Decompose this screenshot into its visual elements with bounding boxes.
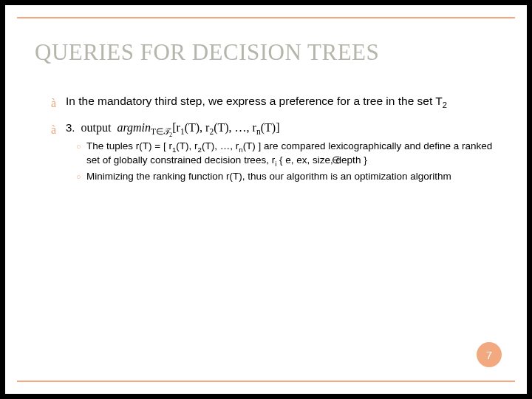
subscript: 2 [443,100,447,109]
top-rule [17,17,515,18]
bullet-marker-icon: à [51,123,56,137]
formula-open: [r [172,121,180,134]
sub-bullet-text: The tuples r(T) = [ r1(T), r2(T), …, rn(… [86,140,492,165]
formula-close: (T)] [261,121,280,134]
bullet-marker-icon: à [51,96,56,111]
bottom-rule [17,381,515,382]
slide: QUERIES FOR DECISION TREES à In the mand… [5,5,527,394]
sub-bullet-text: Minimizing the ranking function r(T), th… [86,171,451,182]
bullet-level2: ○ Minimizing the ranking function r(T), … [51,170,503,183]
bullet-text: In the mandatory third step, we express … [66,95,443,107]
formula-domain: T∈𝒯 [151,127,169,136]
formula-text: 3. output argminT∈𝒯2[r1(T), r2(T), …, rn… [66,121,279,134]
page-number: 7 [486,349,492,361]
formula-mid: (T), r [185,121,210,134]
slide-title: QUERIES FOR DECISION TREES [35,39,379,66]
sub-bullet-marker-icon: ○ [76,141,81,152]
formula-argmin: argmin [117,121,151,134]
bullet-level2: ○ The tuples r(T) = [ r1(T), r2(T), …, r… [51,140,503,166]
page-number-badge: 7 [477,342,502,367]
bullet-level1: à In the mandatory third step, we expres… [51,94,503,110]
formula-step-num: 3. [66,121,75,134]
formula-mid: (T), …, r [214,121,256,134]
slide-content: à In the mandatory third step, we expres… [51,94,503,183]
bullet-formula: à 3. output argminT∈𝒯2[r1(T), r2(T), …, … [51,120,503,135]
sub-bullet-marker-icon: ○ [76,171,81,183]
formula-label: output [81,121,112,134]
